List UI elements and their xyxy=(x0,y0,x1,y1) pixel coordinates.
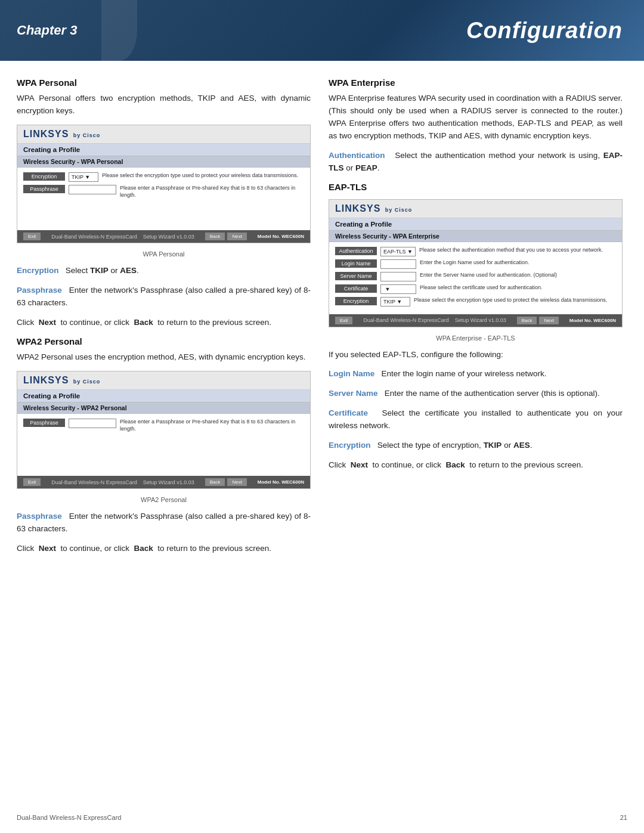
encryption-desc-enterprise: Encryption Select the type of encryption… xyxy=(329,439,623,452)
ss-input-passphrase[interactable] xyxy=(69,185,116,194)
ss-footer-nav: Back Next xyxy=(205,233,247,240)
left-column: WPA Personal WPA Personal offers two enc… xyxy=(17,78,311,562)
login-name-desc: Login Name Enter the login name of your … xyxy=(329,368,623,380)
ss-next-button[interactable]: Next xyxy=(227,233,246,240)
ss-label-server: Server Name xyxy=(335,272,377,280)
eap-tls-intro: If you selected EAP-TLS, configure the f… xyxy=(329,349,623,361)
ss-footer-device: Dual-Band Wireless-N ExpressCard Setup W… xyxy=(51,234,194,240)
ss-desc-passphrase: Please enter a Passphrase or Pre-shared … xyxy=(120,185,304,199)
ss-label-auth: Authentication xyxy=(335,247,377,255)
ss-row-passphrase-2: Passphrase Please enter a Passphrase or … xyxy=(23,419,304,432)
encryption-term: Encryption xyxy=(17,266,59,275)
wpa-enterprise-intro: WPA Enterprise features WPA security use… xyxy=(329,92,623,143)
ss-label-passphrase: Passphrase xyxy=(23,185,65,193)
ss-select-tkip-enterprise[interactable]: TKIP ▼ xyxy=(380,297,410,306)
ss-desc-login: Enter the Login Name used for authentica… xyxy=(420,259,616,267)
ss-next-button-2[interactable]: Next xyxy=(227,478,246,486)
ss-profile-title: Creating a Profile xyxy=(17,144,310,156)
encryption-term-enterprise: Encryption xyxy=(329,441,371,450)
ss-next-button-3[interactable]: Next xyxy=(539,317,558,324)
wpa-personal-caption: WPA Personal xyxy=(17,250,311,258)
ss-footer-device-3: Dual-Band Wireless-N ExpressCard Setup W… xyxy=(363,317,506,323)
auth-desc: Authentication Select the authentication… xyxy=(329,150,623,175)
ss-header-wpa2-personal: LINKSYS by Cisco xyxy=(17,371,310,390)
ss-row-login: Login Name Enter the Login Name used for… xyxy=(335,259,616,269)
enterprise-caption: WPA Enterprise - EAP-TLS xyxy=(329,335,623,342)
ss-exit-button[interactable]: Exit xyxy=(23,233,41,240)
ss-desc-auth: Please select the authentication method … xyxy=(419,247,616,254)
ss-row-cert: Certificate ▼ Please select the certific… xyxy=(335,284,616,294)
wpa2-personal-caption: WPA2 Personal xyxy=(17,496,311,503)
wpa-personal-heading: WPA Personal xyxy=(17,78,311,88)
ss-footer-wpa-personal: Exit Dual-Band Wireless-N ExpressCard Se… xyxy=(17,230,310,243)
ss-security-title-2: Wireless Security - WPA2 Personal xyxy=(17,402,310,414)
server-name-term: Server Name xyxy=(329,389,378,398)
ss-exit-button-2[interactable]: Exit xyxy=(23,478,41,486)
chapter-label: Chapter 3 xyxy=(17,23,77,38)
wpa2-personal-section: WPA2 Personal WPA2 Personal uses the enc… xyxy=(17,336,311,555)
ss-input-login[interactable] xyxy=(380,259,416,269)
ss-select-cert[interactable]: ▼ xyxy=(380,284,416,294)
ss-footer-enterprise: Exit Dual-Band Wireless-N ExpressCard Se… xyxy=(329,314,622,327)
ss-desc-passphrase-2: Please enter a Passphrase or Pre-shared … xyxy=(120,419,304,432)
ss-body-wpa-personal: Encryption TKIP ▼ Please select the encr… xyxy=(17,168,310,230)
certificate-term: Certificate xyxy=(329,408,368,417)
footer-page-number: 21 xyxy=(620,814,627,821)
ss-desc-enc-enterprise: Please select the encryption type used t… xyxy=(414,297,616,304)
ss-security-title: Wireless Security - WPA Personal xyxy=(17,156,310,168)
passphrase-term: Passphrase xyxy=(17,286,62,295)
login-name-term: Login Name xyxy=(329,369,374,378)
passphrase-term-2: Passphrase xyxy=(17,512,62,521)
ss-desc-server: Enter the Server Name used for authentic… xyxy=(420,272,616,279)
wpa-personal-section: WPA Personal WPA Personal offers two enc… xyxy=(17,78,311,329)
right-column: WPA Enterprise WPA Enterprise features W… xyxy=(329,78,623,562)
server-name-desc: Server Name Enter the name of the authen… xyxy=(329,388,623,400)
passphrase-desc-2: Passphrase Enter the network's Passphras… xyxy=(17,510,311,535)
ss-model-2: Model No. WEC600N xyxy=(258,479,304,485)
ss-back-button-3[interactable]: Back xyxy=(517,317,537,324)
wpa-personal-intro: WPA Personal offers two encryption metho… xyxy=(17,92,311,117)
linksys-logo: LINKSYS by Cisco xyxy=(23,129,100,139)
ss-model: Model No. WEC600N xyxy=(258,234,304,239)
ss-footer-nav-3: Back Next xyxy=(517,317,559,324)
ss-profile-title-3: Creating a Profile xyxy=(329,218,622,231)
ss-footer-device-2: Dual-Band Wireless-N ExpressCard Setup W… xyxy=(51,479,194,485)
ss-footer-nav-2: Back Next xyxy=(205,478,247,486)
ss-row-enc-enterprise: Encryption TKIP ▼ Please select the encr… xyxy=(335,297,616,306)
wpa2-personal-click-text: Click Next to continue, or click Back to… xyxy=(17,543,311,555)
passphrase-desc: Passphrase Enter the network's Passphras… xyxy=(17,284,311,309)
ss-select-tkip[interactable]: TKIP ▼ xyxy=(69,172,98,182)
encryption-desc: Encryption Select TKIP or AES. xyxy=(17,265,311,277)
ss-select-eaptls[interactable]: EAP-TLS ▼ xyxy=(380,247,416,256)
ss-header-enterprise: LINKSYS by Cisco xyxy=(329,200,622,218)
wpa2-personal-intro: WPA2 Personal uses the encryption method… xyxy=(17,351,311,364)
ss-row-passphrase: Passphrase Please enter a Passphrase or … xyxy=(23,185,304,199)
ss-desc-cert: Please select the certificate used for a… xyxy=(420,284,616,292)
linksys-logo-3: LINKSYS by Cisco xyxy=(335,203,412,213)
ss-footer-wpa2-personal: Exit Dual-Band Wireless-N ExpressCard Se… xyxy=(17,476,310,488)
ss-row-server: Server Name Enter the Server Name used f… xyxy=(335,272,616,281)
ss-profile-title-2: Creating a Profile xyxy=(17,390,310,402)
wpa-enterprise-screenshot: LINKSYS by Cisco Creating a Profile Wire… xyxy=(329,199,623,327)
ss-label-passphrase-2: Passphrase xyxy=(23,419,65,427)
ss-input-passphrase-2[interactable] xyxy=(69,419,116,428)
wpa2-personal-screenshot: LINKSYS by Cisco Creating a Profile Wire… xyxy=(17,371,311,489)
wpa2-personal-heading: WPA2 Personal xyxy=(17,336,311,346)
ss-exit-button-3[interactable]: Exit xyxy=(335,317,352,324)
ss-back-button-2[interactable]: Back xyxy=(205,478,225,486)
ss-model-3: Model No. WEC600N xyxy=(569,318,616,323)
ss-back-button[interactable]: Back xyxy=(205,233,225,240)
footer-left: Dual-Band Wireless-N ExpressCard xyxy=(17,814,121,821)
certificate-desc: Certificate Select the certificate you i… xyxy=(329,407,623,432)
wpa-enterprise-heading: WPA Enterprise xyxy=(329,78,623,88)
ss-body-wpa2-personal: Passphrase Please enter a Passphrase or … xyxy=(17,414,310,476)
ss-header-wpa-personal: LINKSYS by Cisco xyxy=(17,125,310,144)
ss-input-server[interactable] xyxy=(380,272,416,281)
page-footer: Dual-Band Wireless-N ExpressCard 21 xyxy=(17,814,627,821)
page-title: Configuration xyxy=(466,18,623,44)
ss-security-title-3: Wireless Security - WPA Enterprise xyxy=(329,231,622,242)
ss-row-auth: Authentication EAP-TLS ▼ Please select t… xyxy=(335,247,616,256)
wpa-enterprise-section: WPA Enterprise WPA Enterprise features W… xyxy=(329,78,623,472)
wpa-personal-screenshot: LINKSYS by Cisco Creating a Profile Wire… xyxy=(17,125,311,243)
wpa-personal-click-text: Click Next to continue, or click Back to… xyxy=(17,317,311,329)
